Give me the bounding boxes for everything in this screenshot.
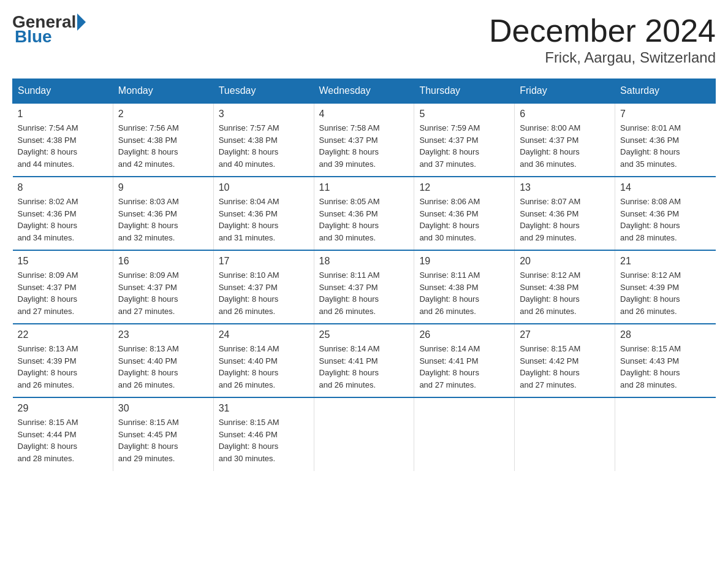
day-number: 5 <box>419 109 509 120</box>
day-cell: 9 Sunrise: 8:03 AM Sunset: 4:36 PM Dayli… <box>113 177 213 250</box>
day-cell: 24 Sunrise: 8:14 AM Sunset: 4:40 PM Dayl… <box>213 324 314 397</box>
day-cell: 16 Sunrise: 8:09 AM Sunset: 4:37 PM Dayl… <box>113 250 213 324</box>
day-info: Sunrise: 8:07 AM Sunset: 4:36 PM Dayligh… <box>520 196 610 243</box>
day-cell: 31 Sunrise: 8:15 AM Sunset: 4:46 PM Dayl… <box>213 397 314 471</box>
day-cell: 14 Sunrise: 8:08 AM Sunset: 4:36 PM Dayl… <box>615 177 716 250</box>
day-number: 29 <box>18 403 108 414</box>
day-cell <box>314 397 414 471</box>
page-header: General Blue December 2024 Frick, Aargau… <box>12 12 716 66</box>
day-cell: 7 Sunrise: 8:01 AM Sunset: 4:36 PM Dayli… <box>615 103 716 177</box>
day-info: Sunrise: 7:59 AM Sunset: 4:37 PM Dayligh… <box>419 122 509 170</box>
day-number: 10 <box>219 182 309 193</box>
header-thursday: Thursday <box>414 79 515 104</box>
day-cell: 22 Sunrise: 8:13 AM Sunset: 4:39 PM Dayl… <box>13 324 113 397</box>
day-info: Sunrise: 7:58 AM Sunset: 4:37 PM Dayligh… <box>319 122 409 170</box>
day-number: 26 <box>419 329 509 340</box>
day-number: 30 <box>118 403 208 414</box>
day-cell <box>615 397 716 471</box>
day-number: 13 <box>520 182 610 193</box>
day-info: Sunrise: 8:15 AM Sunset: 4:43 PM Dayligh… <box>620 343 710 391</box>
page-title: December 2024 <box>489 12 716 49</box>
day-cell: 1 Sunrise: 7:54 AM Sunset: 4:38 PM Dayli… <box>13 103 113 177</box>
day-info: Sunrise: 8:13 AM Sunset: 4:40 PM Dayligh… <box>118 343 208 391</box>
day-info: Sunrise: 8:05 AM Sunset: 4:36 PM Dayligh… <box>319 196 409 243</box>
day-number: 28 <box>620 329 710 340</box>
day-number: 12 <box>419 182 509 193</box>
day-cell: 21 Sunrise: 8:12 AM Sunset: 4:39 PM Dayl… <box>615 250 716 324</box>
day-number: 16 <box>118 256 208 267</box>
day-info: Sunrise: 7:57 AM Sunset: 4:38 PM Dayligh… <box>219 122 309 170</box>
day-cell: 25 Sunrise: 8:14 AM Sunset: 4:41 PM Dayl… <box>314 324 414 397</box>
day-cell: 15 Sunrise: 8:09 AM Sunset: 4:37 PM Dayl… <box>13 250 113 324</box>
day-cell: 8 Sunrise: 8:02 AM Sunset: 4:36 PM Dayli… <box>13 177 113 250</box>
day-number: 11 <box>319 182 409 193</box>
day-number: 6 <box>520 109 610 120</box>
day-number: 24 <box>219 329 309 340</box>
day-cell: 3 Sunrise: 7:57 AM Sunset: 4:38 PM Dayli… <box>213 103 314 177</box>
week-row-5: 29 Sunrise: 8:15 AM Sunset: 4:44 PM Dayl… <box>13 397 716 471</box>
day-cell: 17 Sunrise: 8:10 AM Sunset: 4:37 PM Dayl… <box>213 250 314 324</box>
day-cell: 18 Sunrise: 8:11 AM Sunset: 4:37 PM Dayl… <box>314 250 414 324</box>
day-cell: 12 Sunrise: 8:06 AM Sunset: 4:36 PM Dayl… <box>414 177 515 250</box>
day-info: Sunrise: 8:02 AM Sunset: 4:36 PM Dayligh… <box>18 196 108 243</box>
day-info: Sunrise: 8:12 AM Sunset: 4:38 PM Dayligh… <box>520 269 610 317</box>
day-info: Sunrise: 8:13 AM Sunset: 4:39 PM Dayligh… <box>18 343 108 391</box>
day-info: Sunrise: 8:01 AM Sunset: 4:36 PM Dayligh… <box>620 122 710 170</box>
day-info: Sunrise: 8:03 AM Sunset: 4:36 PM Dayligh… <box>118 196 208 243</box>
page-subtitle: Frick, Aargau, Switzerland <box>489 49 716 66</box>
day-info: Sunrise: 8:10 AM Sunset: 4:37 PM Dayligh… <box>219 269 309 317</box>
header-tuesday: Tuesday <box>213 79 314 104</box>
day-number: 20 <box>520 256 610 267</box>
day-number: 23 <box>118 329 208 340</box>
header-friday: Friday <box>515 79 615 104</box>
day-cell: 2 Sunrise: 7:56 AM Sunset: 4:38 PM Dayli… <box>113 103 213 177</box>
logo-blue-text: Blue <box>15 27 52 47</box>
day-cell: 13 Sunrise: 8:07 AM Sunset: 4:36 PM Dayl… <box>515 177 615 250</box>
day-cell: 19 Sunrise: 8:11 AM Sunset: 4:38 PM Dayl… <box>414 250 515 324</box>
header-monday: Monday <box>113 79 213 104</box>
day-cell: 6 Sunrise: 8:00 AM Sunset: 4:37 PM Dayli… <box>515 103 615 177</box>
day-cell: 5 Sunrise: 7:59 AM Sunset: 4:37 PM Dayli… <box>414 103 515 177</box>
day-info: Sunrise: 8:11 AM Sunset: 4:37 PM Dayligh… <box>319 269 409 317</box>
day-info: Sunrise: 8:09 AM Sunset: 4:37 PM Dayligh… <box>18 269 108 317</box>
day-info: Sunrise: 7:56 AM Sunset: 4:38 PM Dayligh… <box>118 122 208 170</box>
day-number: 3 <box>219 109 309 120</box>
day-number: 22 <box>18 329 108 340</box>
day-info: Sunrise: 8:15 AM Sunset: 4:46 PM Dayligh… <box>219 416 309 464</box>
day-cell: 4 Sunrise: 7:58 AM Sunset: 4:37 PM Dayli… <box>314 103 414 177</box>
day-cell: 10 Sunrise: 8:04 AM Sunset: 4:36 PM Dayl… <box>213 177 314 250</box>
day-cell <box>414 397 515 471</box>
header-wednesday: Wednesday <box>314 79 414 104</box>
day-number: 17 <box>219 256 309 267</box>
day-info: Sunrise: 8:12 AM Sunset: 4:39 PM Dayligh… <box>620 269 710 317</box>
day-info: Sunrise: 8:09 AM Sunset: 4:37 PM Dayligh… <box>118 269 208 317</box>
title-block: December 2024 Frick, Aargau, Switzerland <box>489 12 716 66</box>
day-info: Sunrise: 8:11 AM Sunset: 4:38 PM Dayligh… <box>419 269 509 317</box>
day-number: 27 <box>520 329 610 340</box>
day-info: Sunrise: 8:08 AM Sunset: 4:36 PM Dayligh… <box>620 196 710 243</box>
day-info: Sunrise: 8:14 AM Sunset: 4:40 PM Dayligh… <box>219 343 309 391</box>
day-number: 7 <box>620 109 710 120</box>
day-info: Sunrise: 8:00 AM Sunset: 4:37 PM Dayligh… <box>520 122 610 170</box>
day-number: 1 <box>18 109 108 120</box>
day-info: Sunrise: 8:14 AM Sunset: 4:41 PM Dayligh… <box>319 343 409 391</box>
logo: General Blue <box>12 12 86 47</box>
day-number: 31 <box>219 403 309 414</box>
day-info: Sunrise: 8:04 AM Sunset: 4:36 PM Dayligh… <box>219 196 309 243</box>
week-row-3: 15 Sunrise: 8:09 AM Sunset: 4:37 PM Dayl… <box>13 250 716 324</box>
day-number: 8 <box>18 182 108 193</box>
day-cell: 26 Sunrise: 8:14 AM Sunset: 4:41 PM Dayl… <box>414 324 515 397</box>
day-info: Sunrise: 8:15 AM Sunset: 4:42 PM Dayligh… <box>520 343 610 391</box>
day-number: 14 <box>620 182 710 193</box>
day-cell: 27 Sunrise: 8:15 AM Sunset: 4:42 PM Dayl… <box>515 324 615 397</box>
week-row-2: 8 Sunrise: 8:02 AM Sunset: 4:36 PM Dayli… <box>13 177 716 250</box>
day-number: 2 <box>118 109 208 120</box>
day-number: 19 <box>419 256 509 267</box>
day-cell: 11 Sunrise: 8:05 AM Sunset: 4:36 PM Dayl… <box>314 177 414 250</box>
day-info: Sunrise: 8:14 AM Sunset: 4:41 PM Dayligh… <box>419 343 509 391</box>
day-number: 9 <box>118 182 208 193</box>
day-number: 21 <box>620 256 710 267</box>
calendar-table: SundayMondayTuesdayWednesdayThursdayFrid… <box>12 79 716 471</box>
day-cell: 20 Sunrise: 8:12 AM Sunset: 4:38 PM Dayl… <box>515 250 615 324</box>
day-cell: 28 Sunrise: 8:15 AM Sunset: 4:43 PM Dayl… <box>615 324 716 397</box>
